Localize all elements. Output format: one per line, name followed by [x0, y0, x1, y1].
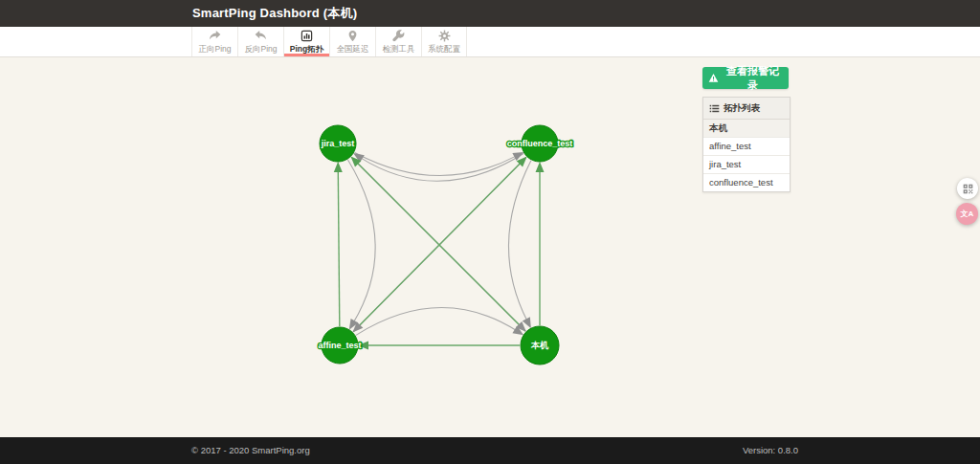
top-bar: SmartPing Dashbord (本机): [0, 0, 980, 27]
topology-list-item[interactable]: jira_test: [703, 156, 790, 174]
topology-edge: [355, 152, 517, 175]
topology-list-title: 拓扑列表: [724, 102, 760, 115]
alarm-button-label: 查看报警记录: [723, 64, 783, 93]
topology-edge: [356, 308, 517, 336]
topology-edge: [508, 161, 530, 321]
topology-list-panel: 拓扑列表 本机affine_testjira_testconfluence_te…: [702, 97, 791, 192]
gear-icon: [438, 30, 451, 42]
map-pin-icon: [346, 30, 359, 42]
footer: © 2017 - 2020 SmartPing.org Version: 0.8…: [0, 437, 980, 464]
nav-tabs: 正向Ping反向PingPing拓扑全国延迟检测工具系统配置: [191, 27, 467, 56]
topology-list-item[interactable]: confluence_test: [703, 174, 790, 191]
topology-edge: [347, 160, 375, 323]
topology-edge: [356, 162, 525, 331]
topology-canvas[interactable]: jira_testconfluence_testaffine_test本机: [0, 57, 980, 437]
qrcode-fab[interactable]: [957, 178, 978, 199]
tab-label: Ping拓扑: [290, 44, 323, 55]
tab-label: 正向Ping: [198, 44, 231, 55]
topology-list-item[interactable]: affine_test: [703, 138, 790, 156]
edge-arrowhead: [536, 162, 545, 172]
topology-edge: [353, 162, 522, 332]
tab-map-pin[interactable]: 全国延迟: [329, 27, 375, 56]
app-title: SmartPing Dashbord (本机): [192, 0, 357, 27]
view-alarm-records-button[interactable]: 查看报警记录: [702, 67, 789, 89]
topology-edge: [338, 169, 340, 326]
topology-node-label: affine_test: [318, 341, 361, 350]
warning-triangle-icon: [708, 73, 719, 83]
topology-node-label: jira_test: [321, 139, 355, 148]
language-fab[interactable]: 文A: [956, 203, 978, 225]
smartping-app: SmartPing Dashbord (本机) 正向Ping反向PingPing…: [0, 0, 980, 464]
topology-node-label: confluence_test: [507, 139, 573, 148]
tab-reverse-ping[interactable]: 反向Ping: [237, 27, 283, 56]
wrench-icon: [392, 30, 405, 42]
topology-list-rows: 本机affine_testjira_testconfluence_test: [703, 120, 790, 191]
tab-gear[interactable]: 系统配置: [421, 27, 467, 56]
topology-edge: [360, 154, 523, 182]
version-text: Version: 0.8.0: [743, 437, 798, 464]
ping-topology-icon: [301, 30, 313, 42]
language-fab-glyph: 文A: [961, 209, 974, 219]
tab-ping-topology[interactable]: Ping拓扑: [283, 27, 329, 56]
tab-forward-ping[interactable]: 正向Ping: [191, 27, 237, 56]
tab-label: 检测工具: [383, 44, 415, 55]
tab-label: 系统配置: [428, 44, 460, 55]
topology-list-item[interactable]: 本机: [703, 120, 790, 138]
list-icon: [709, 103, 720, 114]
tab-label: 反向Ping: [244, 44, 277, 55]
tab-wrench[interactable]: 检测工具: [375, 27, 421, 56]
edge-arrowhead: [334, 162, 343, 172]
forward-ping-icon: [209, 30, 221, 42]
main-area: jira_testconfluence_testaffine_test本机 查看…: [0, 57, 980, 437]
qrcode-icon: [963, 184, 973, 194]
topology-list-header: 拓扑列表: [703, 98, 790, 120]
reverse-ping-icon: [255, 30, 267, 42]
nav-bar: 正向Ping反向PingPing拓扑全国延迟检测工具系统配置: [0, 27, 980, 57]
topology-node-label: 本机: [530, 341, 549, 350]
tab-label: 全国延迟: [337, 44, 369, 55]
copyright-text: © 2017 - 2020 SmartPing.org: [191, 437, 310, 464]
